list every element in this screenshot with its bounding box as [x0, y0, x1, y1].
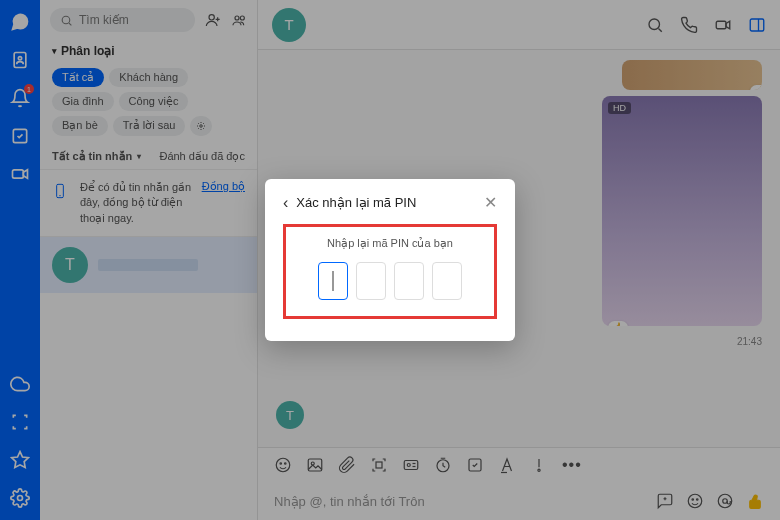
dialog-highlighted-body: Nhập lại mã PIN của bạn [283, 224, 497, 319]
dialog-back-icon[interactable]: ‹ [283, 194, 288, 212]
pin-input-group [294, 262, 486, 300]
pin-digit-input[interactable] [356, 262, 386, 300]
pin-digit-input[interactable] [432, 262, 462, 300]
pin-digit-input[interactable] [394, 262, 424, 300]
pin-digit-input[interactable] [318, 262, 348, 300]
pin-confirm-dialog: ‹ Xác nhận lại mã PIN ✕ Nhập lại mã PIN … [265, 179, 515, 341]
dialog-subtitle: Nhập lại mã PIN của bạn [294, 237, 486, 250]
modal-overlay[interactable]: ‹ Xác nhận lại mã PIN ✕ Nhập lại mã PIN … [0, 0, 780, 520]
dialog-close-icon[interactable]: ✕ [484, 193, 497, 212]
dialog-title: Xác nhận lại mã PIN [296, 195, 476, 210]
